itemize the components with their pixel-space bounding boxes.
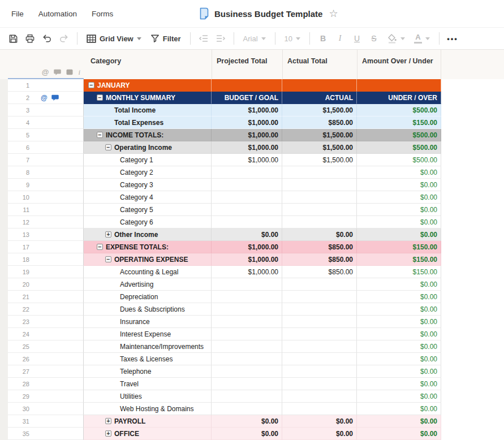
collapse-toggle-icon[interactable]: − [97, 244, 103, 250]
menu-file[interactable]: File [11, 10, 24, 18]
attachment-icon[interactable]: @ [41, 94, 48, 101]
row-number[interactable]: 29 [8, 390, 36, 403]
projected-total-cell[interactable]: $1,000.00 [212, 266, 282, 278]
expand-toggle-icon[interactable]: + [105, 430, 111, 437]
actual-total-cell[interactable]: $1,500.00 [282, 154, 357, 166]
row-number[interactable]: 35 [8, 428, 36, 440]
amount-over-under-cell[interactable]: $150.00 [357, 266, 441, 278]
actual-total-cell[interactable]: $0.00 [282, 415, 357, 428]
actual-total-cell[interactable]: $850.00 [282, 253, 357, 266]
actual-total-cell[interactable] [282, 390, 357, 403]
row-number[interactable]: 20 [8, 278, 36, 291]
row-number[interactable]: 10 [8, 191, 36, 204]
row-number[interactable]: 28 [8, 378, 36, 390]
projected-total-cell[interactable] [212, 303, 282, 316]
amount-over-under-cell[interactable]: $0.00 [357, 278, 441, 291]
amount-over-under-cell[interactable]: $0.00 [357, 204, 441, 216]
row-number[interactable]: 11 [8, 204, 36, 216]
row-number[interactable]: 22 [8, 303, 36, 316]
font-size-select[interactable]: 10 [280, 34, 305, 43]
outdent-button[interactable] [195, 30, 212, 47]
projected-total-cell[interactable] [212, 390, 282, 403]
strikethrough-button[interactable]: S [365, 34, 382, 43]
column-header-projected-total[interactable]: Projected Total [212, 50, 282, 79]
amount-over-under-cell[interactable]: $0.00 [357, 303, 441, 316]
underline-button[interactable]: U [348, 34, 365, 43]
actual-total-cell[interactable] [282, 365, 357, 378]
amount-over-under-cell[interactable]: $0.00 [357, 328, 441, 340]
category-cell[interactable]: Utilities [84, 390, 212, 403]
amount-over-under-cell[interactable]: $0.00 [357, 166, 441, 179]
redo-button[interactable] [55, 30, 72, 47]
collapse-toggle-icon[interactable]: − [97, 132, 103, 138]
actual-total-cell[interactable]: $0.00 [282, 428, 357, 440]
amount-over-under-cell[interactable]: $0.00 [357, 228, 441, 241]
category-cell[interactable]: Accounting & Legal [84, 266, 212, 278]
category-cell[interactable]: Total Income [84, 104, 212, 117]
category-cell[interactable]: −OPERATING EXPENSE [84, 253, 212, 266]
category-cell[interactable]: −JANUARY [84, 79, 212, 92]
row-number[interactable]: 21 [8, 291, 36, 303]
attachment-icon[interactable]: @ [42, 68, 49, 76]
collapse-toggle-icon[interactable]: − [88, 82, 94, 88]
row-number[interactable]: 9 [8, 179, 36, 191]
actual-total-cell[interactable]: $1,500.00 [282, 104, 357, 117]
actual-total-cell[interactable]: $850.00 [282, 117, 357, 129]
category-cell[interactable]: Category 2 [84, 166, 212, 179]
actual-total-cell[interactable] [282, 216, 357, 228]
save-button[interactable] [5, 30, 21, 47]
amount-over-under-cell[interactable]: $0.00 [357, 390, 441, 403]
actual-total-cell[interactable]: $1,500.00 [282, 141, 357, 154]
row-number[interactable]: 27 [8, 365, 36, 378]
projected-total-cell[interactable]: $1,000.00 [212, 154, 282, 166]
projected-total-cell[interactable]: $1,000.00 [212, 104, 282, 117]
category-cell[interactable]: +Other Income [84, 228, 212, 241]
fill-color-button[interactable] [382, 33, 410, 44]
actual-total-cell[interactable] [282, 340, 357, 353]
projected-total-cell[interactable] [212, 328, 282, 340]
row-number[interactable]: 13 [8, 228, 36, 241]
projected-total-cell[interactable]: $1,000.00 [212, 141, 282, 154]
actual-total-cell[interactable] [282, 403, 357, 415]
proof-icon[interactable] [66, 69, 73, 75]
amount-over-under-cell[interactable]: $500.00 [357, 141, 441, 154]
category-cell[interactable]: Interest Expense [84, 328, 212, 340]
projected-total-cell[interactable] [212, 79, 282, 92]
amount-over-under-cell[interactable]: $0.00 [357, 403, 441, 415]
amount-over-under-cell[interactable] [357, 79, 441, 92]
projected-total-cell[interactable] [212, 204, 282, 216]
indent-button[interactable] [212, 30, 229, 47]
menu-automation[interactable]: Automation [38, 10, 77, 18]
amount-over-under-cell[interactable]: $0.00 [357, 428, 441, 440]
collapse-toggle-icon[interactable]: − [105, 256, 111, 262]
category-cell[interactable]: Depreciation [84, 291, 212, 303]
amount-over-under-cell[interactable]: $500.00 [357, 154, 441, 166]
actual-total-cell[interactable] [282, 191, 357, 204]
projected-total-cell[interactable] [212, 166, 282, 179]
actual-total-cell[interactable] [282, 353, 357, 365]
amount-over-under-cell[interactable]: $0.00 [357, 378, 441, 390]
projected-total-cell[interactable]: $1,000.00 [212, 241, 282, 253]
category-cell[interactable]: Insurance [84, 316, 212, 328]
category-cell[interactable]: Web Hosting & Domains [84, 403, 212, 415]
comment-icon[interactable] [51, 94, 59, 101]
projected-total-cell[interactable] [212, 403, 282, 415]
category-cell[interactable]: −INCOME TOTALS: [84, 129, 212, 141]
row-info-icon[interactable]: i [78, 68, 80, 76]
favorite-star-icon[interactable]: ☆ [329, 8, 338, 19]
row-number[interactable]: 6 [8, 141, 36, 154]
collapse-toggle-icon[interactable]: − [105, 144, 111, 150]
category-cell[interactable]: Telephone [84, 365, 212, 378]
actual-total-cell[interactable] [282, 378, 357, 390]
category-cell[interactable]: −MONTHLY SUMMARY [84, 92, 212, 104]
category-cell[interactable]: Maintenance/Improvements [84, 340, 212, 353]
font-family-select[interactable]: Arial [239, 34, 270, 43]
amount-over-under-cell[interactable]: $0.00 [357, 216, 441, 228]
projected-total-cell[interactable]: $0.00 [212, 415, 282, 428]
actual-total-cell[interactable] [282, 316, 357, 328]
row-number[interactable]: 4 [8, 117, 36, 129]
amount-over-under-cell[interactable]: $0.00 [357, 316, 441, 328]
projected-total-cell[interactable]: $1,000.00 [212, 117, 282, 129]
projected-total-cell[interactable] [212, 378, 282, 390]
actual-total-cell[interactable] [282, 204, 357, 216]
